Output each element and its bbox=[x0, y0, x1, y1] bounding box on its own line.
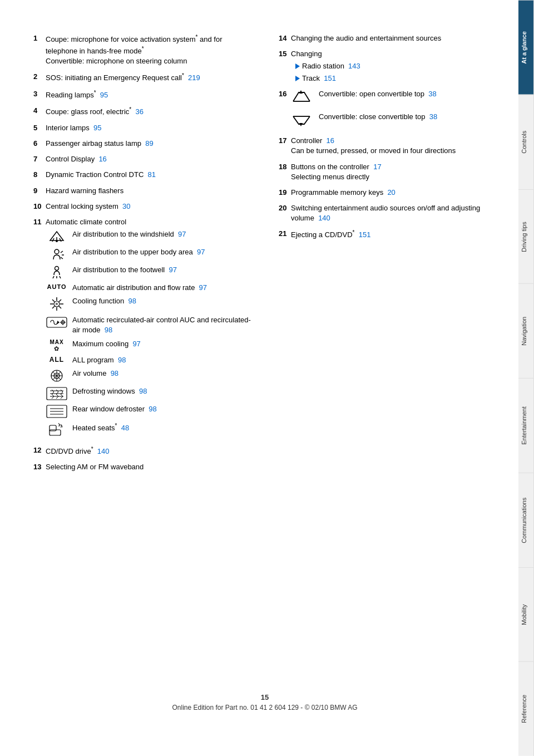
page-link[interactable]: 98 bbox=[111, 369, 118, 377]
page-link[interactable]: 95 bbox=[93, 124, 101, 132]
sidebar-item-driving-tips[interactable]: Driving tips bbox=[518, 189, 534, 284]
page-link[interactable]: 98 bbox=[139, 387, 147, 395]
item-content: Controller 16 Can be turned, pressed, or… bbox=[291, 136, 496, 156]
sub-items: Air distribution to the windshield 97 bbox=[46, 229, 251, 436]
page-link[interactable]: 98 bbox=[128, 297, 136, 305]
item-number: 17 bbox=[279, 136, 291, 156]
page-link[interactable]: 95 bbox=[100, 91, 108, 99]
item-number: 11 bbox=[33, 217, 46, 440]
page-link[interactable]: 16 bbox=[327, 136, 334, 145]
list-item: 2 SOS: initiating an Emergency Request c… bbox=[33, 72, 251, 84]
sub-item: Air volume 98 bbox=[46, 369, 251, 383]
item-content: Buttons on the controller 17 Selecting m… bbox=[291, 162, 496, 182]
page-link[interactable]: 143 bbox=[348, 62, 360, 70]
sidebar-item-entertainment[interactable]: Entertainment bbox=[518, 378, 534, 473]
sidebar-tabs: At a glance Controls Driving tips Naviga… bbox=[518, 0, 534, 756]
item-number: 7 bbox=[33, 154, 46, 164]
sidebar-item-controls[interactable]: Controls bbox=[518, 95, 534, 189]
sidebar-item-navigation[interactable]: Navigation bbox=[518, 283, 534, 378]
page-link[interactable]: 16 bbox=[98, 155, 106, 163]
list-item: 19 Programmable memory keys 20 bbox=[279, 188, 496, 198]
sub-item: ALL ALL program 98 bbox=[46, 355, 251, 365]
page-link[interactable]: 97 bbox=[197, 248, 205, 256]
svg-line-6 bbox=[61, 251, 63, 253]
page-link[interactable]: 36 bbox=[135, 108, 143, 116]
svg-marker-46 bbox=[299, 90, 303, 94]
item-content: Reading lamps* 95 bbox=[46, 89, 251, 101]
item-content: CD/DVD drive* 140 bbox=[46, 445, 251, 457]
sub-item-text: Track 151 bbox=[302, 73, 336, 84]
windshield-icon bbox=[46, 229, 68, 244]
svg-line-10 bbox=[53, 276, 54, 278]
item-content: Hazard warning flashers bbox=[46, 186, 251, 196]
sub-item-text: Automatic air distribution and flow rate… bbox=[72, 283, 251, 293]
page-link[interactable]: 97 bbox=[178, 230, 186, 238]
convertible-close-text: Convertible: close convertible top 38 bbox=[319, 112, 437, 122]
page-link[interactable]: 81 bbox=[148, 170, 156, 179]
list-item: 13 Selecting AM or FM waveband bbox=[33, 462, 251, 472]
sub-item-text: Maximum cooling 97 bbox=[72, 339, 251, 349]
item-number: 12 bbox=[33, 445, 46, 457]
auc-icon bbox=[46, 315, 68, 330]
right-column: 14 Changing the audio and entertainment … bbox=[273, 33, 496, 676]
item-number: 6 bbox=[33, 139, 46, 149]
max-icon: MAX ✿ bbox=[46, 339, 68, 352]
item-content: Coupe: microphone for voice activation s… bbox=[46, 33, 251, 66]
item-number: 15 bbox=[279, 49, 291, 84]
list-item: 18 Buttons on the controller 17 Selectin… bbox=[279, 162, 496, 182]
sidebar-item-at-a-glance[interactable]: At a glance bbox=[518, 0, 534, 95]
list-item: 12 CD/DVD drive* 140 bbox=[33, 445, 251, 457]
page-link[interactable]: 97 bbox=[169, 266, 176, 274]
item-number: 20 bbox=[279, 203, 291, 223]
page-link[interactable]: 151 bbox=[359, 231, 371, 239]
item-number: 21 bbox=[279, 229, 291, 240]
svg-line-21 bbox=[52, 306, 55, 308]
sub-item-text: Automatic recirculated-air control AUC a… bbox=[72, 315, 251, 335]
sidebar-item-communications[interactable]: Communications bbox=[518, 473, 534, 567]
heated-seats-icon bbox=[46, 422, 68, 436]
list-item: 7 Control Display 16 bbox=[33, 154, 251, 164]
sub-item-text: Air distribution to the footwell 97 bbox=[72, 265, 251, 275]
list-item: 11 Automatic climate control bbox=[33, 217, 251, 440]
list-item: 15 Changing Radio station 143 Track 151 bbox=[279, 49, 496, 84]
sub-item: Heated seats* 48 bbox=[46, 422, 251, 436]
item-number: 10 bbox=[33, 202, 46, 212]
air-volume-icon bbox=[46, 369, 68, 383]
page-link[interactable]: 97 bbox=[132, 340, 140, 348]
page-link[interactable]: 219 bbox=[188, 74, 200, 82]
svg-point-9 bbox=[55, 267, 59, 271]
sidebar-item-mobility[interactable]: Mobility bbox=[518, 567, 534, 662]
item-number: 13 bbox=[33, 462, 46, 472]
item-number: 16 bbox=[279, 89, 291, 130]
page-link[interactable]: 140 bbox=[97, 447, 110, 455]
item-content: Coupe: glass roof, electric* 36 bbox=[46, 106, 251, 117]
page-link[interactable]: 98 bbox=[118, 356, 126, 364]
sidebar-item-reference[interactable]: Reference bbox=[518, 661, 534, 756]
sub-item-text: Air distribution to the windshield 97 bbox=[72, 229, 251, 239]
page-link[interactable]: 38 bbox=[428, 90, 436, 98]
page-link[interactable]: 20 bbox=[387, 188, 395, 197]
sub-item-text: Defrosting windows 98 bbox=[72, 386, 251, 396]
item-number: 4 bbox=[33, 106, 46, 117]
triangle-icon bbox=[295, 76, 300, 81]
convertible-close-icon bbox=[291, 112, 313, 130]
item-content: Central locking system 30 bbox=[46, 202, 251, 212]
page-link[interactable]: 17 bbox=[373, 163, 381, 171]
page-link[interactable]: 98 bbox=[105, 326, 112, 334]
page-link[interactable]: 97 bbox=[199, 283, 207, 292]
page-link[interactable]: 48 bbox=[121, 424, 129, 432]
item-content: Interior lamps 95 bbox=[46, 123, 251, 133]
page-link[interactable]: 38 bbox=[429, 112, 437, 121]
sub-item-text: Air volume 98 bbox=[72, 369, 251, 379]
left-column: 1 Coupe: microphone for voice activation… bbox=[33, 33, 256, 676]
page-link[interactable]: 98 bbox=[149, 405, 156, 413]
page-container: 1 Coupe: microphone for voice activation… bbox=[0, 0, 534, 756]
item-content: Ejecting a CD/DVD* 151 bbox=[291, 229, 496, 240]
page-link[interactable]: 140 bbox=[318, 214, 330, 222]
page-link[interactable]: 30 bbox=[122, 202, 130, 210]
sub-item: Rear window defroster 98 bbox=[46, 404, 251, 419]
convertible-open-icon bbox=[291, 89, 313, 107]
convertible-open-text: Convertible: open convertible top 38 bbox=[319, 89, 437, 99]
page-link[interactable]: 151 bbox=[324, 74, 336, 82]
page-link[interactable]: 89 bbox=[145, 139, 153, 148]
